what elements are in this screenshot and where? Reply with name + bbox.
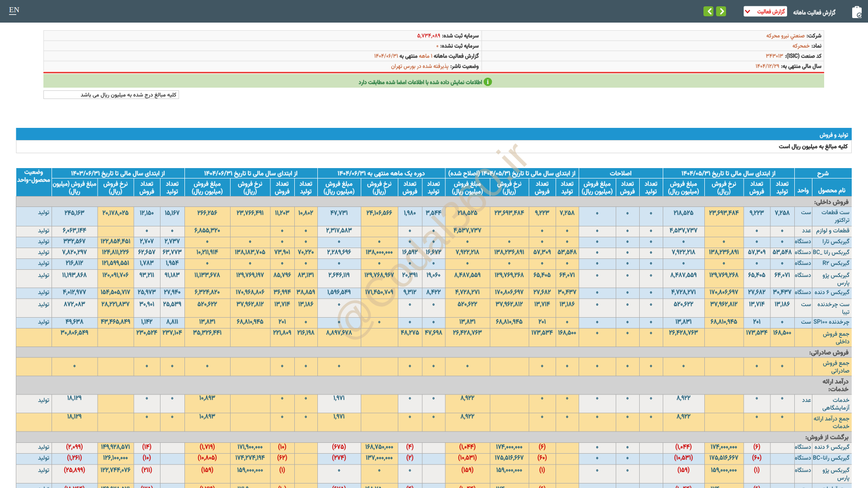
svg-text:EN: EN bbox=[9, 5, 19, 14]
svg-text:i: i bbox=[487, 78, 489, 85]
